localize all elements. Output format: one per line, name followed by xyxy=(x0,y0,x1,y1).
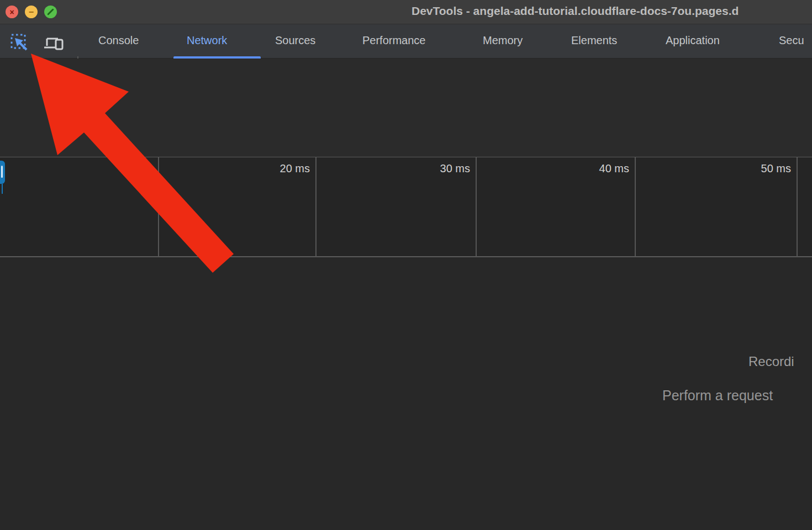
network-filter-row: Invert Hide data URLs Hide extension URL… xyxy=(0,94,812,126)
tab-elements[interactable]: Elements xyxy=(571,34,617,47)
tab-application[interactable]: Application xyxy=(666,34,720,47)
tab-performance[interactable]: Performance xyxy=(362,34,426,47)
tab-memory[interactable]: Memory xyxy=(483,34,523,47)
recording-hint-text: Recordi xyxy=(748,354,794,369)
timeline-gridline xyxy=(158,157,159,257)
tab-security[interactable]: Secu xyxy=(779,34,804,47)
devtools-tabbar: Console Network Sources Performance Memo… xyxy=(0,24,812,59)
timeline-tick-label: 10 ms xyxy=(92,162,152,175)
window-title: DevTools - angela-add-tutorial.cloudflar… xyxy=(412,4,739,18)
overview-range-handle[interactable] xyxy=(0,161,5,184)
timeline-tick-label: 30 ms xyxy=(409,162,470,175)
timeline-gridline xyxy=(315,157,317,257)
toggle-device-toolbar-button[interactable] xyxy=(43,34,64,52)
device-toolbar-icon xyxy=(43,34,64,52)
timeline-gridline xyxy=(797,157,798,257)
inspect-element-button[interactable] xyxy=(10,33,29,52)
tab-console[interactable]: Console xyxy=(98,34,139,47)
overview-handle-tail xyxy=(2,184,3,194)
inspect-cursor-icon xyxy=(10,33,29,52)
timeline-tick-label: 50 ms xyxy=(730,162,791,175)
timeline-gridline xyxy=(635,157,636,257)
network-overview-timeline[interactable]: 10 ms 20 ms 30 ms 40 ms 50 ms xyxy=(0,157,812,257)
timeline-tick-label: 40 ms xyxy=(568,162,629,175)
close-window-button[interactable]: × xyxy=(6,6,18,18)
network-toolbar: Preserve log Disable cache No throttling… xyxy=(0,59,812,94)
tab-sources[interactable]: Sources xyxy=(275,34,315,47)
minimize-window-button[interactable]: − xyxy=(25,6,38,18)
devtools-window: × − DevTools - angela-add-tutorial.cloud… xyxy=(0,0,812,530)
timeline-gridline xyxy=(476,157,477,257)
handle-grip-icon xyxy=(1,166,3,178)
timeline-tick-label: 20 ms xyxy=(249,162,310,175)
network-filter-row-2: Blocked requests 3rd-party requests xyxy=(0,126,812,157)
perform-request-hint-text: Perform a request xyxy=(662,388,773,404)
zoom-disabled-icon xyxy=(47,8,54,15)
tab-network[interactable]: Network xyxy=(187,34,227,47)
zoom-window-button[interactable] xyxy=(44,6,57,18)
titlebar: × − DevTools - angela-add-tutorial.cloud… xyxy=(0,0,812,24)
network-requests-panel[interactable]: Recordi Perform a request xyxy=(0,257,812,530)
